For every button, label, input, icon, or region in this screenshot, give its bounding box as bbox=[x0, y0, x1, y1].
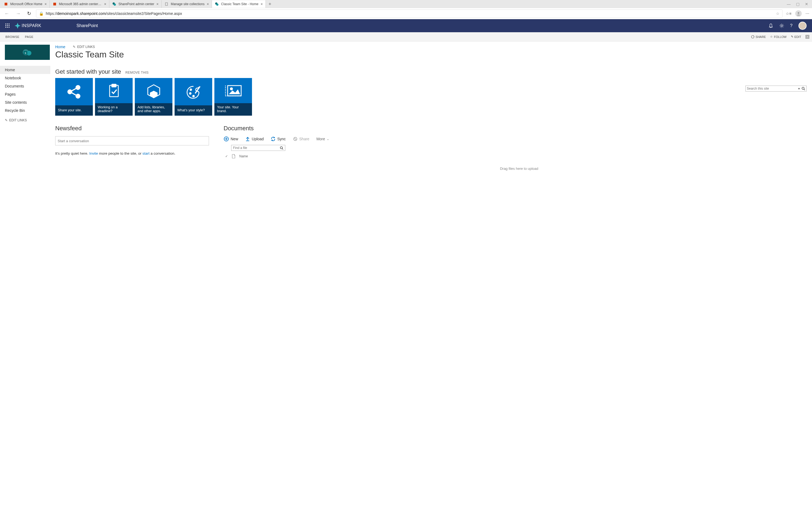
hexagon-icon bbox=[135, 78, 172, 103]
browser-tab[interactable]: Microsoft 365 admin center - M… × bbox=[50, 0, 109, 8]
office-icon bbox=[53, 2, 57, 6]
search-icon[interactable] bbox=[280, 146, 283, 150]
follow-button[interactable]: ☆ FOLLOW bbox=[770, 35, 786, 38]
site-logo[interactable]: s bbox=[5, 45, 50, 60]
site-search[interactable]: ▼ bbox=[746, 85, 807, 92]
more-icon[interactable]: ⋯ bbox=[806, 11, 809, 16]
reading-list-icon[interactable]: ☆≡ bbox=[786, 11, 791, 16]
app-launcher-icon[interactable] bbox=[2, 20, 13, 31]
find-file-input[interactable] bbox=[233, 146, 280, 150]
brand-name: INSPARK bbox=[22, 23, 41, 28]
ribbon-tab-page[interactable]: PAGE bbox=[22, 35, 36, 38]
search-scope-dropdown-icon[interactable]: ▼ bbox=[797, 87, 800, 90]
tile-caption: What's your style? bbox=[175, 105, 212, 115]
svg-rect-41 bbox=[228, 85, 241, 96]
edit-button[interactable]: ✎ EDIT bbox=[791, 35, 801, 38]
minimize-icon[interactable]: — bbox=[787, 2, 791, 6]
tile-caption: Your site. Your brand. bbox=[214, 103, 252, 115]
browser-tab-active[interactable]: Classic Team Site - Home × bbox=[212, 0, 266, 8]
nav-item-site-contents[interactable]: Site contents bbox=[0, 98, 50, 106]
tab-label: SharePoint admin center bbox=[118, 2, 154, 6]
svg-point-39 bbox=[193, 95, 194, 97]
help-icon[interactable]: ? bbox=[790, 23, 792, 28]
svg-rect-12 bbox=[7, 25, 8, 26]
share-doc-button: Share bbox=[293, 136, 309, 141]
remove-this-link[interactable]: REMOVE THIS bbox=[125, 71, 148, 75]
user-avatar[interactable] bbox=[799, 22, 807, 30]
nav-item-pages[interactable]: Pages bbox=[0, 90, 50, 98]
newsfeed-input[interactable]: Start a conversation bbox=[55, 136, 209, 146]
upload-button[interactable]: Upload bbox=[245, 136, 263, 141]
brand-logo[interactable]: INSPARK bbox=[15, 23, 41, 29]
nav-item-documents[interactable]: Documents bbox=[0, 82, 50, 90]
file-type-icon[interactable] bbox=[232, 154, 235, 158]
tile-share-site[interactable]: Share your site. bbox=[55, 78, 93, 115]
invite-link[interactable]: Invite bbox=[89, 151, 98, 155]
select-all-check-icon[interactable]: ✓ bbox=[225, 154, 228, 158]
close-icon[interactable]: × bbox=[157, 2, 159, 6]
tile-brand[interactable]: Your site. Your brand. bbox=[214, 78, 252, 115]
ribbon-tab-browse[interactable]: BROWSE bbox=[3, 35, 22, 38]
new-tab-button[interactable]: + bbox=[266, 1, 274, 7]
focus-icon[interactable] bbox=[806, 35, 809, 39]
search-icon[interactable] bbox=[802, 87, 805, 90]
tab-label: Manage site collections bbox=[171, 2, 205, 6]
more-button[interactable]: More ⌄ bbox=[316, 137, 329, 141]
tile-style[interactable]: What's your style? bbox=[175, 78, 212, 115]
tile-caption: Share your site. bbox=[55, 105, 93, 115]
share-button[interactable]: SHARE bbox=[751, 35, 766, 39]
svg-rect-8 bbox=[5, 24, 6, 24]
browser-tab[interactable]: Manage site collections × bbox=[162, 0, 212, 8]
browser-tab[interactable]: SharePoint admin center × bbox=[109, 0, 162, 8]
close-icon[interactable]: × bbox=[261, 2, 263, 6]
svg-point-30 bbox=[76, 94, 80, 98]
browser-tab[interactable]: Microsoft Office Home × bbox=[1, 0, 50, 8]
find-file-box[interactable] bbox=[231, 145, 285, 151]
nav-item-notebook[interactable]: Notebook bbox=[0, 74, 50, 82]
forward-button: → bbox=[14, 11, 22, 17]
lock-icon: 🔒 bbox=[39, 11, 44, 16]
svg-point-51 bbox=[280, 147, 283, 149]
close-icon[interactable]: × bbox=[207, 2, 209, 6]
column-name[interactable]: Name bbox=[239, 154, 248, 158]
svg-point-28 bbox=[68, 90, 72, 94]
url-field[interactable]: 🔒 https://demoinspark.sharepoint.com/sit… bbox=[36, 9, 783, 18]
tab-label: Microsoft Office Home bbox=[10, 2, 42, 6]
profile-button[interactable] bbox=[795, 10, 802, 17]
search-input[interactable] bbox=[747, 87, 797, 90]
close-icon[interactable]: × bbox=[104, 2, 106, 6]
svg-marker-17 bbox=[15, 23, 21, 29]
svg-point-6 bbox=[216, 3, 218, 6]
tile-deadline[interactable]: Working on a deadline? bbox=[95, 78, 133, 115]
tile-caption: Working on a deadline? bbox=[95, 103, 133, 115]
back-button[interactable]: ← bbox=[3, 11, 11, 17]
favorite-star-icon[interactable]: ☆ bbox=[776, 11, 780, 16]
sync-button[interactable]: Sync bbox=[271, 136, 285, 141]
breadcrumb-home[interactable]: Home bbox=[55, 45, 65, 49]
share-icon bbox=[55, 78, 93, 105]
palette-icon bbox=[175, 78, 212, 105]
newsfeed-title: Newsfeed bbox=[55, 125, 209, 132]
svg-rect-4 bbox=[165, 3, 168, 5]
settings-icon[interactable] bbox=[779, 23, 784, 28]
breadcrumb-edit-links[interactable]: ✎ EDIT LINKS bbox=[73, 45, 95, 49]
tile-add-apps[interactable]: Add lists, libraries, and other apps. bbox=[135, 78, 172, 115]
tile-caption: Add lists, libraries, and other apps. bbox=[135, 103, 172, 115]
new-button[interactable]: New bbox=[224, 136, 238, 141]
svg-text:s: s bbox=[25, 51, 26, 54]
maximize-icon[interactable]: ▢ bbox=[796, 2, 800, 6]
nav-item-recycle-bin[interactable]: Recycle Bin bbox=[0, 106, 50, 114]
close-icon[interactable]: × bbox=[45, 2, 47, 6]
clipboard-icon bbox=[95, 78, 133, 103]
close-window-icon[interactable]: ✕ bbox=[805, 2, 808, 6]
suite-app-name[interactable]: SharePoint bbox=[77, 23, 98, 28]
notification-icon[interactable] bbox=[768, 23, 773, 28]
refresh-button[interactable]: ↻ bbox=[25, 10, 33, 17]
svg-point-29 bbox=[76, 85, 80, 89]
svg-rect-15 bbox=[7, 27, 8, 28]
start-link[interactable]: start bbox=[142, 151, 149, 155]
promoted-tiles: Share your site. Working on a deadline? … bbox=[55, 78, 807, 115]
nav-edit-links[interactable]: ✎ EDIT LINKS bbox=[0, 114, 50, 126]
documents-title: Documents bbox=[224, 125, 807, 132]
nav-item-home[interactable]: Home bbox=[0, 66, 50, 74]
